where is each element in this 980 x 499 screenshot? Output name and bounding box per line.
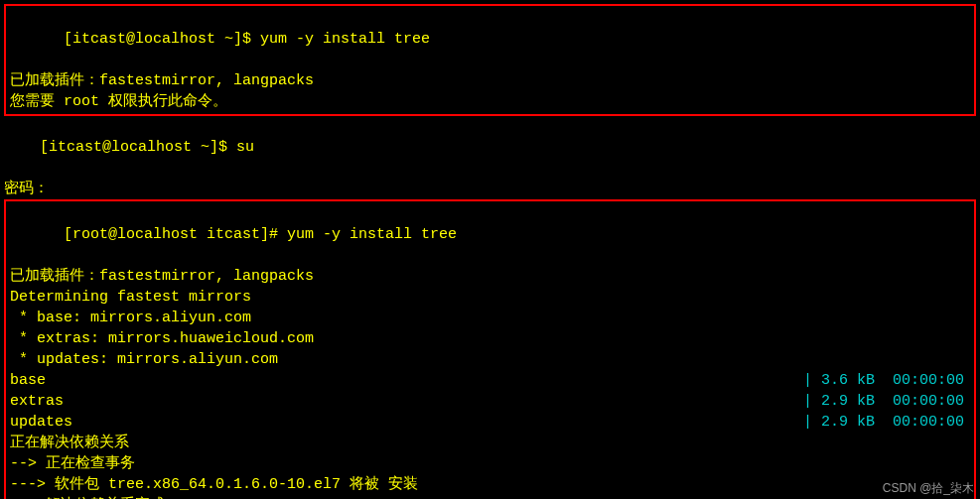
repo-updates-row: updates | 2.9 kB 00:00:00: [10, 412, 970, 433]
prompt-line-1[interactable]: [itcast@localhost ~]$ yum -y install tre…: [10, 8, 970, 70]
mirror-base: * base: mirrors.aliyun.com: [10, 308, 970, 328]
command-text: yum -y install tree: [260, 31, 430, 48]
mirror-extras: * extras: mirrors.huaweicloud.com: [10, 328, 970, 349]
resolving-deps: 正在解决依赖关系: [10, 433, 970, 453]
resolve-done: --> 解决依赖关系完成: [10, 495, 970, 499]
package-install-line: ---> 软件包 tree.x86_64.0.1.6.0-10.el7 将被 安…: [10, 474, 970, 495]
determining-mirrors: Determining fastest mirrors: [10, 287, 970, 308]
repo-size: | 2.9 kB 00:00:00: [803, 391, 970, 412]
root-prompt-line[interactable]: [root@localhost itcast]# yum -y install …: [10, 203, 970, 266]
watermark-text: CSDN @拾_柒木: [883, 480, 974, 497]
highlight-box-user-attempt: [itcast@localhost ~]$ yum -y install tre…: [4, 4, 976, 116]
mirror-updates: * updates: mirrors.aliyun.com: [10, 349, 970, 370]
terminal-output: [itcast@localhost ~]$ yum -y install tre…: [0, 0, 980, 499]
root-prompt: [root@localhost itcast]#: [64, 226, 287, 243]
repo-size: | 2.9 kB 00:00:00: [803, 412, 970, 433]
password-label: 密码：: [4, 179, 976, 199]
root-command: yum -y install tree: [287, 226, 457, 243]
repo-extras-row: extras | 2.9 kB 00:00:00: [10, 391, 970, 412]
repo-name: updates: [10, 412, 72, 433]
repo-size: | 3.6 kB 00:00:00: [803, 370, 970, 391]
repo-base-row: base | 3.6 kB 00:00:00: [10, 370, 970, 391]
need-root-line: 您需要 root 权限执行此命令。: [10, 91, 970, 112]
repo-name: base: [10, 370, 46, 391]
plugin-loaded-line: 已加载插件：fastestmirror, langpacks: [10, 70, 970, 91]
checking-transaction: --> 正在检查事务: [10, 453, 970, 474]
su-prompt-line[interactable]: [itcast@localhost ~]$ su: [4, 116, 976, 179]
su-command: su: [236, 139, 254, 156]
repo-name: extras: [10, 391, 64, 412]
plugin-loaded-line-2: 已加载插件：fastestmirror, langpacks: [10, 266, 970, 287]
user-prompt-2: [itcast@localhost ~]$: [40, 139, 236, 156]
user-prompt: [itcast@localhost ~]$: [64, 31, 260, 48]
highlight-box-root-install: [root@localhost itcast]# yum -y install …: [4, 199, 976, 499]
